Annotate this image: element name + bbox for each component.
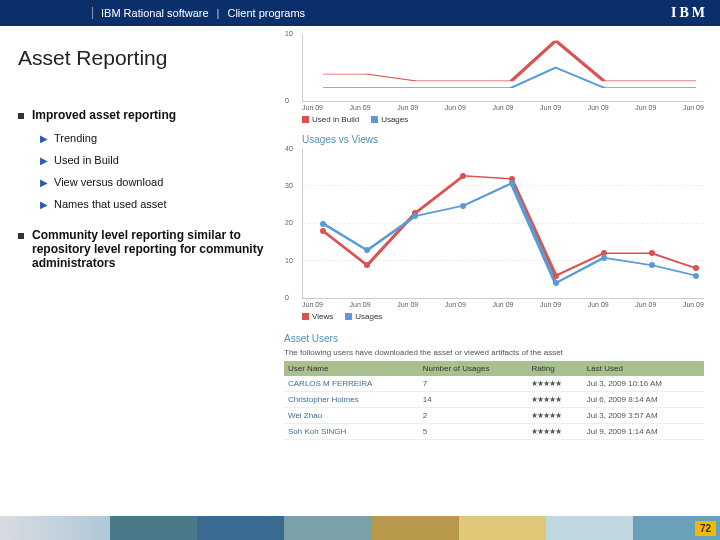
bullet-improved: Improved asset reporting xyxy=(18,108,270,122)
col-rating: Rating xyxy=(527,361,582,376)
slide-header: IBM Rational software | Client programs … xyxy=(0,0,720,26)
ibm-logo: IBM xyxy=(671,5,708,21)
bullet-community: Community level reporting similar to rep… xyxy=(18,228,270,270)
page-number: 72 xyxy=(695,521,716,536)
arrow-icon: ▶ xyxy=(40,133,48,144)
sub-used-in-build: ▶Used in Build xyxy=(40,154,270,166)
bullet-text: Community level reporting similar to rep… xyxy=(32,228,270,270)
sub-view-vs-download: ▶View versus download xyxy=(40,176,270,188)
footer-photo xyxy=(0,516,110,540)
col-username: User Name xyxy=(284,361,419,376)
chart-top-legend: Used in Build Usages xyxy=(302,115,704,124)
square-bullet-icon xyxy=(18,113,24,119)
table-row: Christopher Holmes14★★★★★Jul 6, 2009 8:1… xyxy=(284,392,704,408)
square-bullet-icon xyxy=(18,233,24,239)
table-row: Wei Zhao2★★★★★Jul 3, 2009 3:57 AM xyxy=(284,408,704,424)
arrow-icon: ▶ xyxy=(40,199,48,210)
chart-main-title: Usages vs Views xyxy=(302,134,704,145)
sub-names-used: ▶Names that used asset xyxy=(40,198,270,210)
chart-main-legend: Views Usages xyxy=(302,312,704,321)
table-row: CARLOS M FERREIRA7★★★★★Jul 3, 2009 10:16… xyxy=(284,376,704,392)
chart-top-xaxis: Jun 09Jun 09Jun 09Jun 09Jun 09Jun 09Jun … xyxy=(302,104,704,111)
users-desc: The following users have downloaded the … xyxy=(284,348,704,357)
page-title: Asset Reporting xyxy=(18,46,270,70)
chart-main: 0 10 20 30 40 xyxy=(302,149,704,299)
arrow-icon: ▶ xyxy=(40,155,48,166)
footer-strip xyxy=(0,516,720,540)
section-label: Client programs xyxy=(227,7,305,19)
footer-stripes xyxy=(110,516,720,540)
col-usages: Number of Usages xyxy=(419,361,528,376)
bullet-text: Improved asset reporting xyxy=(32,108,176,122)
brand-label: IBM Rational software xyxy=(92,7,209,19)
sub-trending: ▶Trending xyxy=(40,132,270,144)
content-right: 0 10 Jun 09Jun 09Jun 09Jun 09Jun 09Jun 0… xyxy=(280,26,720,440)
content-left: Asset Reporting Improved asset reporting… xyxy=(0,26,280,440)
chart-top: 0 10 xyxy=(302,34,704,102)
users-title: Asset Users xyxy=(284,333,704,344)
separator: | xyxy=(217,7,220,19)
table-row: Soh Koh SINGH5★★★★★Jul 9, 2009 1:14 AM xyxy=(284,424,704,440)
chart-main-xaxis: Jun 09Jun 09Jun 09Jun 09Jun 09Jun 09Jun … xyxy=(302,301,704,308)
arrow-icon: ▶ xyxy=(40,177,48,188)
col-lastused: Last Used xyxy=(583,361,704,376)
users-table: User Name Number of Usages Rating Last U… xyxy=(284,361,704,440)
